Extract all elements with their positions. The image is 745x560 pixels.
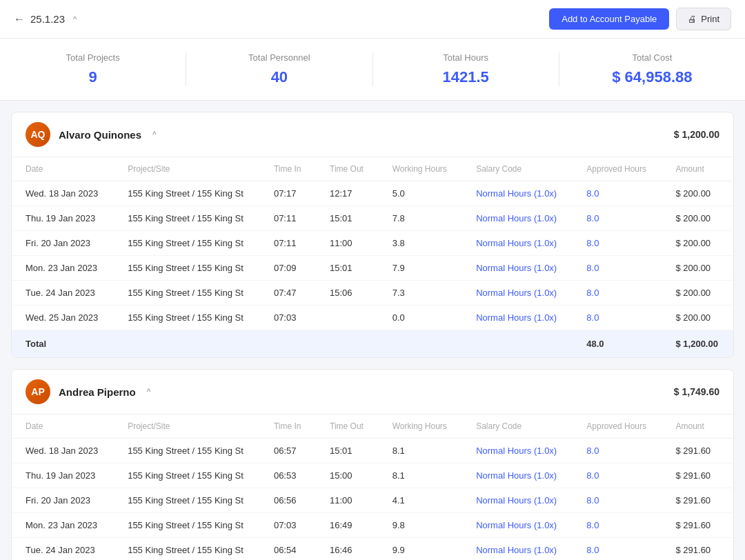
approved-hours-cell: 8.0: [573, 281, 662, 306]
total-amount: $ 1,200.00: [662, 330, 734, 358]
salary-code-link[interactable]: Normal Hours (1.0x): [476, 238, 557, 248]
top-bar-left: ← 25.1.23 ^: [14, 13, 77, 26]
time-out-cell: 15:01: [316, 256, 379, 281]
amount-cell: $ 200.00: [662, 181, 734, 206]
time-out-cell: 16:49: [316, 513, 379, 538]
salary-code-link[interactable]: Normal Hours (1.0x): [476, 288, 557, 298]
table-column-header: Date: [12, 414, 114, 439]
salary-code-cell: Normal Hours (1.0x): [462, 538, 573, 561]
working-hours-cell: 0.0: [379, 306, 462, 330]
working-hours-cell: 9.9: [379, 538, 462, 561]
version-label: 25.1.23: [30, 13, 65, 25]
salary-code-link[interactable]: Normal Hours (1.0x): [476, 495, 557, 506]
date-cell: Tue. 24 Jan 2023: [12, 281, 114, 306]
date-cell: Tue. 24 Jan 2023: [12, 538, 114, 561]
project-cell: 155 King Street / 155 King St: [114, 281, 260, 306]
time-in-cell: 06:53: [260, 463, 316, 488]
salary-code-link[interactable]: Normal Hours (1.0x): [476, 188, 557, 199]
amount-cell: $ 200.00: [662, 256, 734, 281]
time-in-cell: 07:17: [260, 181, 316, 206]
salary-code-link[interactable]: Normal Hours (1.0x): [476, 213, 557, 223]
date-cell: Wed. 25 Jan 2023: [12, 306, 114, 330]
salary-code-link[interactable]: Normal Hours (1.0x): [476, 545, 557, 555]
table-column-header: Date: [12, 157, 114, 181]
time-in-cell: 07:03: [260, 513, 316, 538]
amount-cell: $ 291.60: [662, 463, 734, 488]
table-column-header: Project/Site: [114, 414, 260, 439]
amount-cell: $ 291.60: [662, 513, 734, 538]
time-out-cell: 11:00: [316, 488, 379, 513]
printer-icon: [688, 14, 697, 24]
date-cell: Wed. 18 Jan 2023: [12, 181, 114, 206]
table-column-header: Project/Site: [114, 157, 260, 181]
approved-hours-cell: 8.0: [573, 306, 662, 330]
person-total: $ 1,200.00: [674, 129, 719, 140]
working-hours-cell: 7.3: [379, 281, 462, 306]
salary-code-cell: Normal Hours (1.0x): [462, 281, 573, 306]
timesheet-table: DateProject/SiteTime InTime OutWorking H…: [12, 157, 733, 357]
table-column-header: Time Out: [316, 157, 379, 181]
project-cell: 155 King Street / 155 King St: [114, 488, 260, 513]
approved-hours-cell: 8.0: [573, 488, 662, 513]
date-cell: Fri. 20 Jan 2023: [12, 488, 114, 513]
person-header: AP Andrea Piperno ^ $ 1,749.60: [12, 370, 733, 414]
project-cell: 155 King Street / 155 King St: [114, 463, 260, 488]
table-row: Fri. 20 Jan 2023155 King Street / 155 Ki…: [12, 488, 733, 513]
working-hours-cell: 7.8: [379, 206, 462, 231]
date-cell: Wed. 18 Jan 2023: [12, 439, 114, 463]
table-column-header: Working Hours: [379, 157, 462, 181]
table-column-header: Working Hours: [379, 414, 462, 439]
stats-bar: Total Projects 9 Total Personnel 40 Tota…: [0, 39, 745, 101]
add-to-account-payable-button[interactable]: Add to Account Payable: [549, 8, 669, 30]
timesheet-table: DateProject/SiteTime InTime OutWorking H…: [12, 414, 733, 560]
stat-value: 40: [186, 68, 372, 86]
salary-code-link[interactable]: Normal Hours (1.0x): [476, 446, 557, 456]
table-column-header: Amount: [662, 157, 734, 181]
stat-value: $ 64,958.88: [559, 68, 745, 86]
table-row: Wed. 18 Jan 2023155 King Street / 155 Ki…: [12, 181, 733, 206]
stat-label: Total Hours: [373, 52, 559, 63]
time-out-cell: 15:01: [316, 206, 379, 231]
stat-value: 1421.5: [373, 68, 559, 86]
table-column-header: Salary Code: [462, 414, 573, 439]
time-in-cell: 07:47: [260, 281, 316, 306]
project-cell: 155 King Street / 155 King St: [114, 513, 260, 538]
person-name: Alvaro Quinones: [59, 129, 141, 141]
time-in-cell: 07:03: [260, 306, 316, 330]
salary-code-link[interactable]: Normal Hours (1.0x): [476, 470, 557, 481]
chevron-up-icon[interactable]: ^: [147, 387, 151, 397]
total-approved-hours: 48.0: [573, 330, 662, 358]
amount-cell: $ 291.60: [662, 488, 734, 513]
stat-label: Total Cost: [559, 52, 745, 63]
table-row: Tue. 24 Jan 2023155 King Street / 155 Ki…: [12, 538, 733, 561]
top-bar: ← 25.1.23 ^ Add to Account Payable Print: [0, 0, 745, 39]
approved-hours-cell: 8.0: [573, 181, 662, 206]
salary-code-link[interactable]: Normal Hours (1.0x): [476, 312, 557, 323]
salary-code-cell: Normal Hours (1.0x): [462, 256, 573, 281]
print-button[interactable]: Print: [676, 8, 731, 30]
back-arrow-icon[interactable]: ←: [14, 13, 25, 26]
working-hours-cell: 8.1: [379, 463, 462, 488]
salary-code-cell: Normal Hours (1.0x): [462, 231, 573, 256]
content: AQ Alvaro Quinones ^ $ 1,200.00 DateProj…: [0, 112, 745, 560]
stat-item: Total Hours 1421.5: [373, 52, 559, 86]
table-column-header: Time In: [260, 157, 316, 181]
project-cell: 155 King Street / 155 King St: [114, 538, 260, 561]
salary-code-link[interactable]: Normal Hours (1.0x): [476, 263, 557, 273]
date-cell: Fri. 20 Jan 2023: [12, 231, 114, 256]
working-hours-cell: 3.8: [379, 231, 462, 256]
time-in-cell: 07:11: [260, 231, 316, 256]
total-empty: [114, 330, 260, 358]
time-out-cell: [316, 306, 379, 330]
working-hours-cell: 4.1: [379, 488, 462, 513]
stat-item: Total Cost $ 64,958.88: [559, 52, 745, 86]
amount-cell: $ 291.60: [662, 439, 734, 463]
salary-code-cell: Normal Hours (1.0x): [462, 306, 573, 330]
chevron-up-icon[interactable]: ^: [152, 130, 157, 139]
stat-item: Total Projects 9: [0, 52, 186, 86]
version-caret-icon: ^: [73, 15, 77, 23]
date-cell: Thu. 19 Jan 2023: [12, 206, 114, 231]
project-cell: 155 King Street / 155 King St: [114, 206, 260, 231]
person-name: Andrea Piperno: [59, 386, 136, 398]
salary-code-link[interactable]: Normal Hours (1.0x): [476, 520, 557, 530]
